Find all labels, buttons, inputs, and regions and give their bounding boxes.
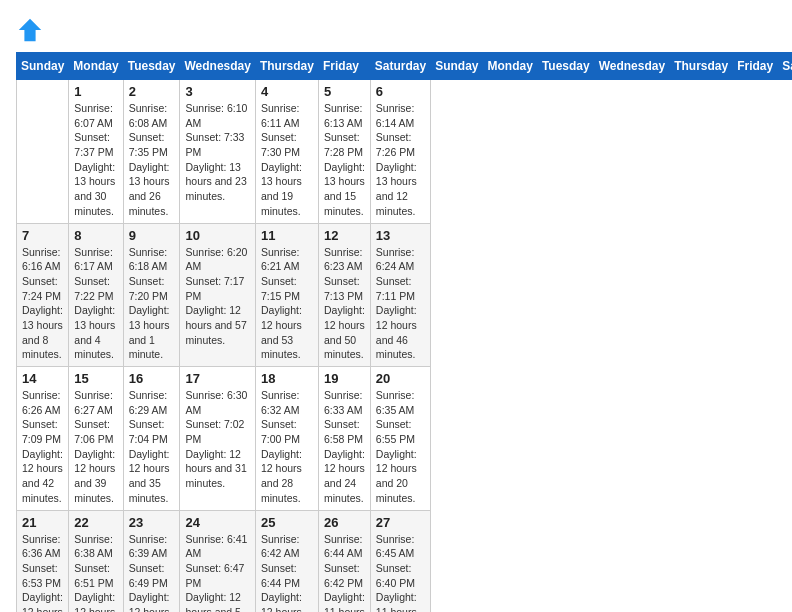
day-info: Sunrise: 6:32 AMSunset: 7:00 PMDaylight:… xyxy=(261,388,313,506)
day-cell: 6Sunrise: 6:14 AMSunset: 7:26 PMDaylight… xyxy=(370,80,430,224)
day-cell: 12Sunrise: 6:23 AMSunset: 7:13 PMDayligh… xyxy=(318,223,370,367)
day-number: 19 xyxy=(324,371,365,386)
day-number: 11 xyxy=(261,228,313,243)
day-number: 21 xyxy=(22,515,63,530)
col-header-saturday: Saturday xyxy=(778,53,792,80)
col-header-sunday: Sunday xyxy=(17,53,69,80)
day-info: Sunrise: 6:26 AMSunset: 7:09 PMDaylight:… xyxy=(22,388,63,506)
day-cell xyxy=(17,80,69,224)
day-cell: 2Sunrise: 6:08 AMSunset: 7:35 PMDaylight… xyxy=(123,80,180,224)
day-cell: 24Sunrise: 6:41 AMSunset: 6:47 PMDayligh… xyxy=(180,510,255,612)
day-info: Sunrise: 6:35 AMSunset: 6:55 PMDaylight:… xyxy=(376,388,425,506)
day-number: 20 xyxy=(376,371,425,386)
day-info: Sunrise: 6:14 AMSunset: 7:26 PMDaylight:… xyxy=(376,101,425,219)
logo-icon xyxy=(16,16,44,44)
day-number: 7 xyxy=(22,228,63,243)
day-info: Sunrise: 6:39 AMSunset: 6:49 PMDaylight:… xyxy=(129,532,175,613)
day-number: 12 xyxy=(324,228,365,243)
day-number: 10 xyxy=(185,228,249,243)
day-info: Sunrise: 6:20 AMSunset: 7:17 PMDaylight:… xyxy=(185,245,249,348)
col-header-tuesday: Tuesday xyxy=(123,53,180,80)
day-info: Sunrise: 6:18 AMSunset: 7:20 PMDaylight:… xyxy=(129,245,175,363)
day-number: 16 xyxy=(129,371,175,386)
day-number: 9 xyxy=(129,228,175,243)
day-number: 13 xyxy=(376,228,425,243)
day-number: 22 xyxy=(74,515,117,530)
week-row-2: 7Sunrise: 6:16 AMSunset: 7:24 PMDaylight… xyxy=(17,223,793,367)
day-cell: 15Sunrise: 6:27 AMSunset: 7:06 PMDayligh… xyxy=(69,367,123,511)
day-info: Sunrise: 6:16 AMSunset: 7:24 PMDaylight:… xyxy=(22,245,63,363)
day-number: 2 xyxy=(129,84,175,99)
day-number: 25 xyxy=(261,515,313,530)
day-number: 24 xyxy=(185,515,249,530)
calendar-table: SundayMondayTuesdayWednesdayThursdayFrid… xyxy=(16,52,792,612)
col-header-tuesday: Tuesday xyxy=(537,53,594,80)
day-info: Sunrise: 6:27 AMSunset: 7:06 PMDaylight:… xyxy=(74,388,117,506)
day-info: Sunrise: 6:17 AMSunset: 7:22 PMDaylight:… xyxy=(74,245,117,363)
day-cell: 3Sunrise: 6:10 AMSunset: 7:33 PMDaylight… xyxy=(180,80,255,224)
day-info: Sunrise: 6:21 AMSunset: 7:15 PMDaylight:… xyxy=(261,245,313,363)
day-number: 4 xyxy=(261,84,313,99)
day-cell: 1Sunrise: 6:07 AMSunset: 7:37 PMDaylight… xyxy=(69,80,123,224)
day-cell: 18Sunrise: 6:32 AMSunset: 7:00 PMDayligh… xyxy=(255,367,318,511)
day-number: 3 xyxy=(185,84,249,99)
day-number: 1 xyxy=(74,84,117,99)
day-info: Sunrise: 6:45 AMSunset: 6:40 PMDaylight:… xyxy=(376,532,425,613)
day-number: 8 xyxy=(74,228,117,243)
col-header-friday: Friday xyxy=(318,53,370,80)
day-cell: 9Sunrise: 6:18 AMSunset: 7:20 PMDaylight… xyxy=(123,223,180,367)
col-header-thursday: Thursday xyxy=(670,53,733,80)
day-info: Sunrise: 6:36 AMSunset: 6:53 PMDaylight:… xyxy=(22,532,63,613)
day-info: Sunrise: 6:29 AMSunset: 7:04 PMDaylight:… xyxy=(129,388,175,506)
day-info: Sunrise: 6:13 AMSunset: 7:28 PMDaylight:… xyxy=(324,101,365,219)
day-cell: 21Sunrise: 6:36 AMSunset: 6:53 PMDayligh… xyxy=(17,510,69,612)
day-info: Sunrise: 6:23 AMSunset: 7:13 PMDaylight:… xyxy=(324,245,365,363)
day-info: Sunrise: 6:44 AMSunset: 6:42 PMDaylight:… xyxy=(324,532,365,613)
day-cell: 25Sunrise: 6:42 AMSunset: 6:44 PMDayligh… xyxy=(255,510,318,612)
day-number: 26 xyxy=(324,515,365,530)
week-row-1: 1Sunrise: 6:07 AMSunset: 7:37 PMDaylight… xyxy=(17,80,793,224)
day-number: 6 xyxy=(376,84,425,99)
day-number: 18 xyxy=(261,371,313,386)
day-info: Sunrise: 6:11 AMSunset: 7:30 PMDaylight:… xyxy=(261,101,313,219)
col-header-sunday: Sunday xyxy=(431,53,483,80)
day-info: Sunrise: 6:30 AMSunset: 7:02 PMDaylight:… xyxy=(185,388,249,491)
week-row-4: 21Sunrise: 6:36 AMSunset: 6:53 PMDayligh… xyxy=(17,510,793,612)
day-number: 15 xyxy=(74,371,117,386)
header xyxy=(16,16,776,44)
day-number: 5 xyxy=(324,84,365,99)
svg-marker-0 xyxy=(19,19,41,41)
day-info: Sunrise: 6:10 AMSunset: 7:33 PMDaylight:… xyxy=(185,101,249,204)
day-info: Sunrise: 6:38 AMSunset: 6:51 PMDaylight:… xyxy=(74,532,117,613)
day-cell: 16Sunrise: 6:29 AMSunset: 7:04 PMDayligh… xyxy=(123,367,180,511)
day-cell: 14Sunrise: 6:26 AMSunset: 7:09 PMDayligh… xyxy=(17,367,69,511)
col-header-monday: Monday xyxy=(69,53,123,80)
col-header-wednesday: Wednesday xyxy=(180,53,255,80)
col-header-monday: Monday xyxy=(483,53,537,80)
day-number: 23 xyxy=(129,515,175,530)
header-row: SundayMondayTuesdayWednesdayThursdayFrid… xyxy=(17,53,793,80)
day-cell: 17Sunrise: 6:30 AMSunset: 7:02 PMDayligh… xyxy=(180,367,255,511)
day-cell: 27Sunrise: 6:45 AMSunset: 6:40 PMDayligh… xyxy=(370,510,430,612)
day-info: Sunrise: 6:33 AMSunset: 6:58 PMDaylight:… xyxy=(324,388,365,506)
day-cell: 11Sunrise: 6:21 AMSunset: 7:15 PMDayligh… xyxy=(255,223,318,367)
col-header-wednesday: Wednesday xyxy=(594,53,669,80)
col-header-thursday: Thursday xyxy=(255,53,318,80)
day-cell: 19Sunrise: 6:33 AMSunset: 6:58 PMDayligh… xyxy=(318,367,370,511)
day-cell: 7Sunrise: 6:16 AMSunset: 7:24 PMDaylight… xyxy=(17,223,69,367)
day-cell: 20Sunrise: 6:35 AMSunset: 6:55 PMDayligh… xyxy=(370,367,430,511)
day-cell: 23Sunrise: 6:39 AMSunset: 6:49 PMDayligh… xyxy=(123,510,180,612)
col-header-saturday: Saturday xyxy=(370,53,430,80)
day-cell: 8Sunrise: 6:17 AMSunset: 7:22 PMDaylight… xyxy=(69,223,123,367)
day-cell: 4Sunrise: 6:11 AMSunset: 7:30 PMDaylight… xyxy=(255,80,318,224)
day-info: Sunrise: 6:08 AMSunset: 7:35 PMDaylight:… xyxy=(129,101,175,219)
day-cell: 5Sunrise: 6:13 AMSunset: 7:28 PMDaylight… xyxy=(318,80,370,224)
day-number: 17 xyxy=(185,371,249,386)
day-info: Sunrise: 6:24 AMSunset: 7:11 PMDaylight:… xyxy=(376,245,425,363)
day-cell: 13Sunrise: 6:24 AMSunset: 7:11 PMDayligh… xyxy=(370,223,430,367)
week-row-3: 14Sunrise: 6:26 AMSunset: 7:09 PMDayligh… xyxy=(17,367,793,511)
day-info: Sunrise: 6:42 AMSunset: 6:44 PMDaylight:… xyxy=(261,532,313,613)
day-number: 27 xyxy=(376,515,425,530)
col-header-friday: Friday xyxy=(733,53,778,80)
day-cell: 22Sunrise: 6:38 AMSunset: 6:51 PMDayligh… xyxy=(69,510,123,612)
